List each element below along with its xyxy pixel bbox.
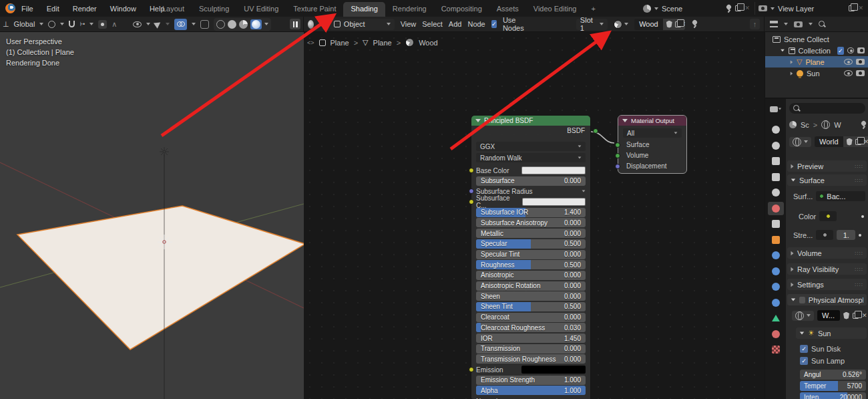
properties-tab-object[interactable]	[768, 233, 784, 247]
properties-tab-texture[interactable]	[768, 343, 784, 356]
input-base-color-swatch[interactable]	[521, 166, 586, 174]
input-sheen-tint[interactable]: Sheen Tint0.500	[476, 302, 586, 311]
tab-shading[interactable]: Shading	[343, 2, 385, 17]
scene-selector[interactable]: Scene ✕	[640, 2, 753, 15]
plane-object[interactable]	[17, 206, 304, 350]
properties-tab-output[interactable]	[768, 154, 784, 168]
menu-view[interactable]: View	[401, 20, 417, 28]
shader-editor[interactable]: <> Plane > ▽ Plane > Wood Principled BSD…	[304, 32, 765, 399]
new-copy-icon[interactable]	[849, 5, 855, 11]
view-layer-name[interactable]: View Layer	[778, 5, 814, 13]
material-slot-dropdown[interactable]: Slot 1	[576, 19, 608, 30]
solid-shading-icon[interactable]	[228, 20, 236, 29]
properties-tab-constraints[interactable]	[768, 296, 784, 309]
node-material-output[interactable]: Material Output All Surface Volume Displ…	[618, 115, 687, 174]
editor-type-icon[interactable]	[308, 20, 314, 29]
input-ior[interactable]: IOR1.450	[476, 334, 586, 343]
visibility-eye-icon[interactable]	[844, 70, 853, 76]
tab-video-editing[interactable]: Video Editing	[526, 2, 584, 17]
tab-compositing[interactable]: Compositing	[434, 2, 489, 17]
breadcrumb-scene[interactable]: Sc	[801, 121, 809, 129]
panel-preview[interactable]: Preview::::	[787, 160, 867, 172]
new-copy-icon[interactable]	[675, 21, 681, 27]
scene-name[interactable]: Scene	[662, 5, 682, 13]
blender-logo-icon[interactable]	[5, 3, 15, 13]
tab-rendering[interactable]: Rendering	[385, 2, 434, 17]
menu-add[interactable]: Add	[449, 20, 462, 28]
input-specular-tint[interactable]: Specular Tint0.000	[476, 250, 586, 259]
tab-assets[interactable]: Assets	[489, 2, 526, 17]
render-camera-icon[interactable]	[857, 47, 865, 53]
properties-tab-material[interactable]	[768, 327, 784, 341]
world-datablock[interactable]: World ✕	[789, 136, 868, 147]
input-transmission-roughness[interactable]: Transmission Roughness0.000	[476, 354, 586, 364]
outliner-row-sun[interactable]: Sun	[765, 68, 868, 79]
close-icon[interactable]: ✕	[858, 5, 863, 11]
go-to-parent-button[interactable]: ↑	[750, 19, 760, 29]
tab-texture-paint[interactable]: Texture Paint	[286, 2, 343, 17]
render-camera-icon[interactable]	[856, 70, 865, 76]
filter-list-icon[interactable]	[770, 21, 778, 27]
unlink-icon[interactable]: ✕	[862, 313, 867, 319]
menu-node[interactable]: Node	[467, 20, 485, 28]
menu-render[interactable]: Render	[73, 5, 97, 13]
outliner-row-collection[interactable]: Collection✓	[765, 45, 868, 56]
outliner[interactable]: Scene CollectCollection✓▽PlaneSun	[765, 32, 868, 98]
panel-volume[interactable]: Volume::::	[787, 247, 867, 259]
panel-ray-visibility[interactable]: Ray Visibility::::	[787, 263, 867, 275]
subsurface-method-dropdown[interactable]: Random Walk	[476, 153, 586, 162]
material-browse-button[interactable]	[614, 20, 628, 29]
material-name-field[interactable]: Wood ✕	[634, 19, 685, 30]
outliner-row-scene-collect[interactable]: Scene Collect	[765, 33, 868, 45]
outliner-row-plane[interactable]: ▽Plane	[765, 56, 868, 68]
node-header[interactable]: Principled BSDF	[471, 116, 590, 126]
input-subsurface-anisotropy[interactable]: Subsurface Anisotropy0.000	[476, 218, 586, 227]
input-alpha[interactable]: Alpha1.000	[476, 386, 586, 395]
input-clearcoat-roughness[interactable]: Clearcoat Roughness0.030	[476, 323, 586, 332]
outliner-item-label[interactable]: Sun	[807, 70, 820, 78]
input-subsurface-ior[interactable]: Subsurface IOR1.400	[476, 208, 586, 217]
rendered-shading-icon[interactable]	[250, 19, 262, 29]
target-dropdown[interactable]: All	[623, 128, 682, 138]
properties-editor[interactable]: Sc > W World ✕ Preview	[765, 98, 868, 399]
disclosure-icon[interactable]	[791, 60, 793, 64]
tab-uv-editing[interactable]: UV Editing	[236, 2, 286, 17]
collapse-chevron-icon[interactable]	[475, 119, 481, 122]
input-anisotropic-rotation[interactable]: Anisotropic Rotation0.000	[476, 281, 586, 291]
snap-magnet-icon[interactable]	[69, 21, 75, 27]
input-emission-socket[interactable]	[469, 367, 474, 372]
new-copy-icon[interactable]	[853, 313, 859, 319]
fake-user-shield-icon[interactable]	[666, 21, 672, 28]
snap-with-icon[interactable]: ⊦•	[79, 21, 85, 27]
breadcrumb-world[interactable]: W	[834, 121, 841, 129]
surface-socket[interactable]	[615, 142, 620, 148]
close-icon[interactable]: ✕	[744, 5, 750, 11]
gizmos-icon[interactable]	[154, 19, 162, 28]
animate-dot[interactable]	[861, 215, 864, 218]
menu-edit[interactable]: Edit	[47, 5, 59, 13]
animate-dot[interactable]	[859, 234, 861, 237]
disclosure-icon[interactable]	[791, 72, 793, 76]
display-mode-icon[interactable]	[794, 21, 803, 27]
fake-user-shield-icon[interactable]	[843, 312, 849, 319]
input-sheen[interactable]: Sheen0.000	[476, 291, 586, 301]
sun-slider-angul[interactable]: Angul0.526°	[800, 370, 866, 380]
input-metallic[interactable]: Metallic0.000	[476, 229, 586, 238]
panel-settings[interactable]: Settings::::	[787, 279, 867, 290]
input-specular[interactable]: Specular0.500	[476, 239, 586, 249]
falloff-curve-icon[interactable]: ∧	[112, 20, 117, 29]
render-camera-icon[interactable]	[856, 59, 865, 65]
properties-tab-tool[interactable]	[768, 123, 784, 136]
input-clearcoat[interactable]: Clearcoat0.000	[476, 313, 586, 322]
collection-checkbox[interactable]: ✓	[837, 47, 844, 55]
panel-sun[interactable]: ☀ Sun	[796, 327, 867, 339]
xray-toggle-icon[interactable]	[200, 20, 209, 29]
shader-type-dropdown[interactable]: Object	[330, 19, 395, 30]
atmosphere-checkbox[interactable]: ✓	[799, 297, 805, 303]
sun-slider-inten[interactable]: Inten.200000	[800, 392, 866, 399]
input-roughness[interactable]: Roughness0.500	[476, 260, 586, 269]
panel-surface[interactable]: Surface::::	[787, 174, 867, 186]
properties-tab-scene[interactable]	[768, 186, 784, 199]
input-subsurface-c-swatch[interactable]	[522, 198, 586, 206]
input-emission-strength[interactable]: Emission Strength1.000	[476, 376, 586, 385]
